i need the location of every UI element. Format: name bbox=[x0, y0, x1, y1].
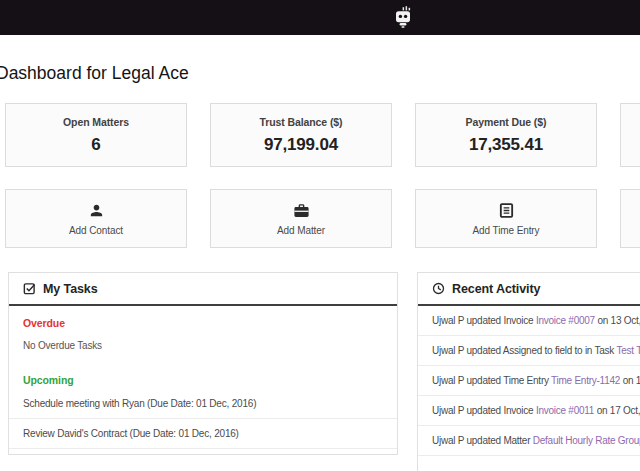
top-navbar bbox=[0, 0, 640, 35]
clock-icon bbox=[432, 282, 445, 295]
overdue-section-label: Overdue bbox=[9, 306, 397, 332]
action-label: Add Matter bbox=[277, 225, 325, 236]
activity-link[interactable]: Time Entry-1142 bbox=[551, 375, 620, 386]
task-item: Review David's Contract (Due Date: 01 De… bbox=[9, 419, 397, 449]
activity-link[interactable]: Default Hourly Rate Group M bbox=[533, 435, 640, 446]
stat-card-trust-balance[interactable]: Trust Balance ($) 97,199.04 bbox=[210, 103, 392, 167]
stat-value: 17,355.41 bbox=[469, 135, 543, 155]
actions-row: Add Contact Add Matter Add Time Entry bbox=[5, 189, 640, 248]
activity-text: on 13 O bbox=[620, 375, 640, 386]
my-tasks-header: My Tasks bbox=[9, 273, 397, 306]
robot-logo-icon[interactable] bbox=[393, 6, 413, 29]
no-overdue-tasks-text: No Overdue Tasks bbox=[9, 332, 397, 357]
stat-label: Trust Balance ($) bbox=[260, 116, 343, 128]
activity-item: Ujwal P updated Time Entry Time Entry-11… bbox=[418, 366, 640, 396]
activity-item: Ujwal P updated Matter Default Hourly Ra… bbox=[418, 426, 640, 456]
action-label: Add Contact bbox=[69, 225, 123, 236]
dashboard-screen: Dashboard for Legal Ace Open Matters 6 T… bbox=[0, 0, 640, 471]
stat-label: Payment Due ($) bbox=[466, 116, 547, 128]
recent-activity-panel: Recent Activity Ujwal P updated Invoice … bbox=[417, 272, 640, 471]
action-card-partial[interactable] bbox=[620, 189, 640, 248]
activity-link[interactable]: Test Ta bbox=[616, 345, 640, 356]
add-contact-button[interactable]: Add Contact bbox=[5, 189, 187, 248]
stat-value: 6 bbox=[91, 135, 100, 155]
activity-link[interactable]: Invoice #0007 bbox=[536, 315, 595, 326]
panel-title: My Tasks bbox=[43, 282, 98, 296]
action-label: Add Time Entry bbox=[473, 225, 540, 236]
panel-title: Recent Activity bbox=[452, 282, 540, 296]
stat-value: 97,199.04 bbox=[264, 135, 338, 155]
stat-label: Open Matters bbox=[63, 116, 129, 128]
activity-text: on 13 Oct, 20 bbox=[595, 315, 640, 326]
activity-text: Ujwal P updated Assigned to field to in … bbox=[432, 345, 616, 356]
activity-item: Ujwal P updated Invoice Invoice #0007 on… bbox=[418, 306, 640, 336]
activity-text: Ujwal P updated Invoice bbox=[432, 405, 536, 416]
activity-text: Ujwal P updated Matter bbox=[432, 435, 533, 446]
activity-text: Ujwal P updated Time Entry bbox=[432, 375, 551, 386]
stats-row: Open Matters 6 Trust Balance ($) 97,199.… bbox=[5, 103, 640, 167]
activity-text: on 17 Oct, 20 bbox=[594, 405, 640, 416]
activity-link[interactable]: Invoice #0011 bbox=[536, 405, 594, 416]
person-icon bbox=[88, 202, 105, 219]
stat-card-payment-due[interactable]: Payment Due ($) 17,355.41 bbox=[415, 103, 597, 167]
upcoming-section-label: Upcoming bbox=[9, 357, 397, 389]
recent-activity-header: Recent Activity bbox=[418, 273, 640, 306]
stat-card-open-matters[interactable]: Open Matters 6 bbox=[5, 103, 187, 167]
page-title: Dashboard for Legal Ace bbox=[0, 63, 189, 83]
task-item: Schedule meeting with Ryan (Due Date: 01… bbox=[9, 389, 397, 419]
check-square-icon bbox=[23, 282, 36, 295]
activity-item: Ujwal P updated Assigned to field to in … bbox=[418, 336, 640, 366]
add-time-entry-button[interactable]: Add Time Entry bbox=[415, 189, 597, 248]
add-matter-button[interactable]: Add Matter bbox=[210, 189, 392, 248]
my-tasks-panel: My Tasks Overdue No Overdue Tasks Upcomi… bbox=[8, 272, 398, 455]
briefcase-icon bbox=[293, 202, 310, 219]
activity-item: Ujwal P updated Invoice Invoice #0011 on… bbox=[418, 396, 640, 426]
stat-card-partial[interactable] bbox=[620, 103, 640, 167]
activity-text: Ujwal P updated Invoice bbox=[432, 315, 536, 326]
time-entry-icon bbox=[498, 202, 515, 219]
